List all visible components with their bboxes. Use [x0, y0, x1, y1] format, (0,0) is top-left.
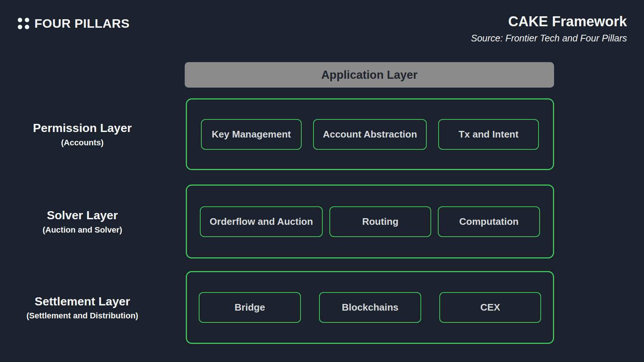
layer-subtitle: (Accounts) [61, 138, 104, 148]
node-blockchains: Blockchains [319, 292, 421, 323]
node-cex: CEX [439, 292, 541, 323]
diagram-title: CAKE Framework [471, 14, 627, 30]
node-routing: Routing [329, 206, 431, 237]
layer-subtitle: (Auction and Solver) [43, 225, 122, 235]
solver-layer-container: Orderflow and Auction Routing Computatio… [186, 185, 554, 258]
permission-layer-label-block: Permission Layer (Accounts) [0, 98, 165, 170]
logo-text: FOUR PILLARS [34, 16, 130, 31]
four-dots-icon [18, 18, 29, 29]
layer-title: Solver Layer [47, 208, 118, 222]
title-block: CAKE Framework Source: Frontier Tech and… [471, 14, 627, 44]
permission-layer-container: Key Management Account Abstraction Tx an… [186, 98, 554, 170]
layer-subtitle: (Settlement and Distribution) [27, 311, 138, 321]
settlement-layer-container: Bridge Blockchains CEX [186, 271, 554, 344]
node-orderflow-and-auction: Orderflow and Auction [200, 206, 323, 237]
four-pillars-logo: FOUR PILLARS [18, 16, 130, 31]
node-account-abstraction: Account Abstraction [313, 119, 427, 150]
settlement-layer-label-block: Settlement Layer (Settlement and Distrib… [0, 271, 165, 344]
application-layer-bar: Application Layer [185, 62, 554, 88]
node-bridge: Bridge [199, 292, 301, 323]
node-tx-and-intent: Tx and Intent [438, 119, 539, 150]
application-layer-label: Application Layer [321, 68, 417, 82]
source-caption: Source: Frontier Tech and Four Pillars [471, 33, 627, 44]
node-key-management: Key Management [201, 119, 302, 150]
node-computation: Computation [438, 206, 540, 237]
solver-layer-label-block: Solver Layer (Auction and Solver) [0, 185, 165, 258]
layer-title: Settlement Layer [35, 294, 130, 308]
layer-title: Permission Layer [33, 121, 132, 135]
diagram-canvas: FOUR PILLARS CAKE Framework Source: Fron… [0, 0, 644, 362]
